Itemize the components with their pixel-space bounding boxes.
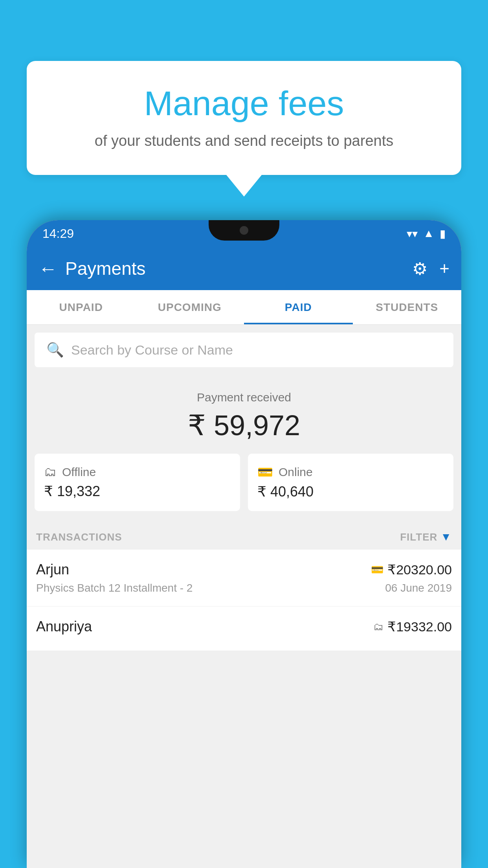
tab-students[interactable]: STUDENTS: [353, 290, 462, 324]
app-bar: ← Payments ⚙ +: [27, 247, 461, 290]
offline-header: 🗂 Offline: [44, 465, 231, 479]
transaction-date: 06 June 2019: [385, 582, 452, 594]
search-placeholder: Search by Course or Name: [71, 342, 233, 358]
transaction-row-anupriya[interactable]: Anupriya 🗂 ₹19332.00: [27, 607, 461, 651]
status-time: 14:29: [42, 226, 74, 241]
filter-button[interactable]: FILTER ▼: [400, 531, 452, 543]
camera: [240, 226, 248, 235]
transaction-name: Arjun: [36, 561, 69, 578]
online-icon: 💳: [257, 465, 273, 480]
bubble-title: Manage fees: [46, 85, 442, 123]
transaction-amount-2: ₹19332.00: [387, 619, 452, 634]
online-card: 💳 Online ₹ 40,640: [248, 454, 453, 511]
transaction-amount-wrap-2: 🗂 ₹19332.00: [373, 619, 452, 634]
payment-amount: ₹ 59,972: [35, 409, 453, 442]
speech-bubble: Manage fees of your students and send re…: [27, 61, 461, 175]
online-amount: ₹ 40,640: [257, 484, 444, 500]
filter-label: FILTER: [400, 531, 437, 543]
online-label: Online: [279, 465, 313, 479]
transaction-amount-wrap: 💳 ₹20320.00: [371, 562, 452, 577]
settings-icon[interactable]: ⚙: [412, 259, 427, 279]
offline-label: Offline: [62, 465, 96, 479]
tab-bar: UNPAID UPCOMING PAID STUDENTS: [27, 290, 461, 325]
transaction-amount: ₹20320.00: [387, 562, 452, 577]
payment-summary: Payment received ₹ 59,972: [27, 375, 461, 454]
bubble-subtitle: of your students and send receipts to pa…: [46, 132, 442, 149]
add-icon[interactable]: +: [439, 259, 449, 278]
phone-frame: 14:29 ▾▾ ▲ ▮ ← Payments ⚙ + UNPAID UPCOM…: [27, 220, 461, 868]
online-header: 💳 Online: [257, 465, 444, 480]
app-bar-icons: ⚙ +: [412, 259, 449, 279]
filter-icon: ▼: [440, 531, 452, 543]
transaction-row-arjun[interactable]: Arjun 💳 ₹20320.00 Physics Batch 12 Insta…: [27, 550, 461, 607]
back-button[interactable]: ←: [39, 258, 57, 280]
offline-amount: ₹ 19,332: [44, 483, 231, 500]
notch: [209, 220, 279, 241]
search-icon: 🔍: [46, 342, 64, 358]
transaction-detail: Physics Batch 12 Installment - 2: [36, 582, 193, 594]
payment-cards: 🗂 Offline ₹ 19,332 💳 Online ₹ 40,640: [27, 454, 461, 523]
online-payment-icon: 💳: [371, 564, 383, 576]
offline-card: 🗂 Offline ₹ 19,332: [35, 454, 240, 511]
speech-bubble-wrapper: Manage fees of your students and send re…: [27, 61, 461, 197]
offline-icon: 🗂: [44, 465, 57, 479]
offline-payment-icon: 🗂: [373, 621, 383, 633]
speech-bubble-arrow: [226, 175, 262, 197]
wifi-icon: ▾▾: [407, 227, 418, 240]
battery-icon: ▮: [440, 227, 446, 240]
tab-paid[interactable]: PAID: [244, 290, 353, 324]
transactions-header: TRANSACTIONS FILTER ▼: [27, 523, 461, 550]
status-icons: ▾▾ ▲ ▮: [407, 227, 446, 240]
app-bar-title: Payments: [65, 258, 412, 279]
transaction-bottom: Physics Batch 12 Installment - 2 06 June…: [36, 582, 452, 594]
transactions-label: TRANSACTIONS: [36, 531, 122, 543]
signal-icon: ▲: [423, 227, 434, 240]
transaction-top-2: Anupriya 🗂 ₹19332.00: [36, 618, 452, 635]
transaction-name-2: Anupriya: [36, 618, 92, 635]
search-bar[interactable]: 🔍 Search by Course or Name: [35, 333, 453, 367]
payment-label: Payment received: [35, 391, 453, 404]
tab-upcoming[interactable]: UPCOMING: [136, 290, 244, 324]
tab-unpaid[interactable]: UNPAID: [27, 290, 136, 324]
screen-content: 🔍 Search by Course or Name Payment recei…: [27, 325, 461, 868]
transaction-top: Arjun 💳 ₹20320.00: [36, 561, 452, 578]
